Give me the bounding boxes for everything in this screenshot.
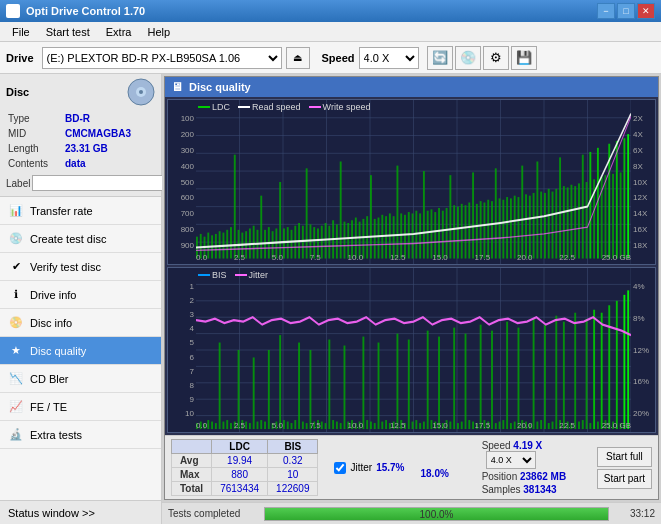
svg-rect-182 <box>298 343 300 429</box>
speed-select-bottom[interactable]: 4.0 X <box>486 451 536 469</box>
sidebar-item-label: Disc info <box>30 317 72 329</box>
drive-info-icon: ℹ <box>8 287 24 303</box>
svg-rect-76 <box>404 215 406 259</box>
start-part-button[interactable]: Start part <box>597 469 652 489</box>
type-value: BD-R <box>65 112 153 125</box>
svg-rect-129 <box>605 175 607 258</box>
svg-rect-177 <box>279 335 281 429</box>
charts-area: LDC Read speed Write speed 900 <box>165 97 658 435</box>
jitter-checkbox[interactable] <box>334 462 346 474</box>
contents-value: data <box>65 157 153 170</box>
status-window-button[interactable]: Status window >> <box>0 500 161 524</box>
svg-rect-240 <box>518 328 520 429</box>
length-label: Length <box>8 142 63 155</box>
sidebar: Disc Type BD-R MID CMCMAGBA3 <box>0 74 162 524</box>
maximize-button[interactable]: □ <box>617 3 635 19</box>
disc-quality-icon: ★ <box>8 343 24 359</box>
total-ldc: 7613434 <box>212 482 268 496</box>
svg-rect-268 <box>623 295 625 429</box>
sidebar-item-label: Disc quality <box>30 345 86 357</box>
sidebar-item-label: Transfer rate <box>30 205 93 217</box>
transfer-rate-icon: 📊 <box>8 203 24 219</box>
svg-rect-223 <box>453 328 455 429</box>
svg-rect-124 <box>586 182 588 259</box>
svg-rect-84 <box>434 212 436 258</box>
position-row: Position 23862 MB <box>482 471 581 482</box>
svg-rect-120 <box>570 185 572 259</box>
jitter-max-empty <box>421 457 443 468</box>
svg-rect-31 <box>234 155 236 259</box>
sidebar-item-extra-tests[interactable]: 🔬 Extra tests <box>0 421 161 449</box>
jitter-max-section: 18.0% <box>421 457 466 479</box>
svg-rect-122 <box>578 183 580 258</box>
start-full-button[interactable]: Start full <box>597 447 652 467</box>
sidebar-item-disc-info[interactable]: 📀 Disc info <box>0 309 161 337</box>
label-label: Label <box>6 178 30 189</box>
menu-help[interactable]: Help <box>139 24 178 40</box>
svg-rect-83 <box>431 209 433 258</box>
jitter-section: Jitter 15.7% <box>334 462 404 474</box>
jitter-legend-item: Jitter <box>235 270 269 280</box>
ldc-label: LDC <box>212 102 230 112</box>
eject-button[interactable]: ⏏ <box>286 47 310 69</box>
jitter-color <box>235 274 247 276</box>
svg-rect-87 <box>446 208 448 259</box>
menu-extra[interactable]: Extra <box>98 24 140 40</box>
bis-color <box>198 274 210 276</box>
refresh-button[interactable]: 🔄 <box>427 46 453 70</box>
panel-title: Disc quality <box>189 81 251 93</box>
label-input[interactable] <box>32 175 165 191</box>
svg-rect-111 <box>536 162 538 259</box>
jitter-avg-value: 15.7% <box>376 462 404 473</box>
svg-rect-203 <box>378 343 380 429</box>
save-button[interactable]: 💾 <box>511 46 537 70</box>
sidebar-item-create-test-disc[interactable]: 💿 Create test disc <box>0 225 161 253</box>
svg-rect-161 <box>219 343 221 429</box>
svg-rect-244 <box>533 319 535 429</box>
menu-file[interactable]: File <box>4 24 38 40</box>
length-value: 23.31 GB <box>65 142 153 155</box>
mid-label: MID <box>8 127 63 140</box>
app-title: Opti Drive Control 1.70 <box>26 5 145 17</box>
data-row-main: LDC BIS Avg 19.94 0.32 Max 880 10 <box>171 439 652 496</box>
svg-rect-199 <box>362 337 364 429</box>
svg-rect-88 <box>449 175 451 258</box>
sidebar-item-fe-te[interactable]: 📈 FE / TE <box>0 393 161 421</box>
svg-rect-230 <box>480 325 482 429</box>
svg-rect-89 <box>453 205 455 258</box>
ldc-color <box>198 106 210 108</box>
samples-label: Samples <box>482 484 524 495</box>
svg-rect-252 <box>563 322 565 429</box>
speed-value: 4.19 X <box>513 440 542 451</box>
svg-rect-92 <box>465 205 467 258</box>
sidebar-item-disc-quality[interactable]: ★ Disc quality <box>0 337 161 365</box>
drive-select[interactable]: (E:) PLEXTOR BD-R PX-LB950SA 1.06 <box>42 47 282 69</box>
stats-table: LDC BIS Avg 19.94 0.32 Max 880 10 <box>171 439 318 496</box>
progress-time: 33:12 <box>615 508 655 519</box>
sidebar-item-verify-test-disc[interactable]: ✔ Verify test disc <box>0 253 161 281</box>
speed-select[interactable]: 4.0 X 1.0 X 2.0 X 6.0 X 8.0 X <box>359 47 419 69</box>
minimize-button[interactable]: − <box>597 3 615 19</box>
settings-button[interactable]: ⚙ <box>483 46 509 70</box>
disc-section-title: Disc <box>6 86 29 98</box>
svg-rect-113 <box>544 193 546 259</box>
sidebar-item-cd-bler[interactable]: 📉 CD Bler <box>0 365 161 393</box>
menu-start-test[interactable]: Start test <box>38 24 98 40</box>
create-test-disc-icon: 💿 <box>8 231 24 247</box>
drive-bar: Drive (E:) PLEXTOR BD-R PX-LB950SA 1.06 … <box>0 42 661 74</box>
title-bar: Opti Drive Control 1.70 − □ ✕ <box>0 0 661 22</box>
svg-rect-255 <box>574 313 576 429</box>
sidebar-item-drive-info[interactable]: ℹ Drive info <box>0 281 161 309</box>
svg-rect-266 <box>616 301 618 429</box>
svg-rect-134 <box>623 138 625 258</box>
svg-rect-132 <box>616 141 618 259</box>
sidebar-item-transfer-rate[interactable]: 📊 Transfer rate <box>0 197 161 225</box>
samples-value: 381343 <box>523 484 556 495</box>
read-speed-label: Read speed <box>252 102 301 112</box>
svg-rect-96 <box>480 201 482 258</box>
chart2-legend: BIS Jitter <box>198 270 268 280</box>
close-button[interactable]: ✕ <box>637 3 655 19</box>
burn-button[interactable]: 💿 <box>455 46 481 70</box>
read-speed-color <box>238 106 250 108</box>
svg-rect-170 <box>253 357 255 429</box>
